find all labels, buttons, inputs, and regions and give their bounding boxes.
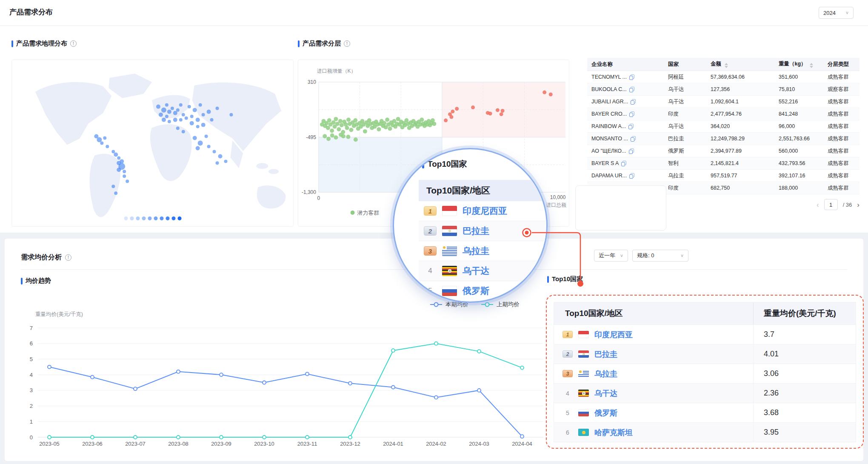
data-point <box>177 436 180 439</box>
scatter-point <box>337 127 341 131</box>
occluded-panel <box>575 185 666 231</box>
medal-1-icon: 1 <box>424 206 437 216</box>
country-cell: 阿根廷 <box>664 71 706 83</box>
company-name: TECNOMYL ... <box>591 74 627 80</box>
map-marker <box>126 179 129 183</box>
company-name: BAYER S A <box>591 160 619 166</box>
company-name: RAINBOW A... <box>591 123 626 129</box>
prev-page-icon[interactable] <box>817 201 819 208</box>
country-link[interactable]: 俄罗斯 <box>594 408 617 418</box>
type-cell: 成熟客群 <box>823 145 859 157</box>
copy-icon[interactable] <box>629 111 634 117</box>
copy-icon[interactable] <box>631 99 636 105</box>
map-marker <box>176 127 180 130</box>
company-row: DAPAMA UR...乌拉圭957,519.77392,107.16成熟客群 <box>587 170 859 182</box>
legend-dot-icon <box>166 216 169 220</box>
country-cell: 巴拉圭 <box>664 133 706 145</box>
country-link[interactable]: 巴拉圭 <box>594 349 617 359</box>
flag-ru-icon <box>442 286 457 296</box>
scatter-point <box>451 110 454 114</box>
map-marker <box>156 105 160 109</box>
country-link[interactable]: 俄罗斯 <box>463 285 489 297</box>
company-name: MONSANTO ... <box>591 136 628 142</box>
country-link[interactable]: 乌干达 <box>594 388 617 399</box>
map-marker <box>120 159 124 163</box>
price-value: 3.7 <box>753 325 856 344</box>
medal-3-icon: 3 <box>562 370 573 377</box>
map-marker <box>111 185 115 188</box>
magnified-top10-row: 3乌拉圭 <box>419 241 548 261</box>
company-row: BUKOOLA C...乌干达127,35675,810观察客群 <box>587 83 859 96</box>
copy-icon[interactable] <box>628 124 634 129</box>
copy-icon[interactable] <box>629 173 634 179</box>
time-range-select[interactable]: 近一年 ∨ <box>594 250 628 262</box>
country-link[interactable]: 哈萨克斯坦 <box>594 427 633 438</box>
info-icon[interactable] <box>344 40 350 47</box>
amount-cell: 127,356 <box>706 83 774 96</box>
top10-row: 1印度尼西亚3.7 <box>554 325 856 344</box>
trend-section-header: 均价趋势 <box>21 277 51 285</box>
country-link[interactable]: 乌拉圭 <box>463 245 489 257</box>
data-point <box>391 349 395 352</box>
map-marker <box>165 103 168 107</box>
scatter-point <box>377 127 381 131</box>
type-cell: 成熟客群 <box>823 108 859 120</box>
col-amount[interactable]: 金额 <box>706 58 774 71</box>
trend-line <box>49 367 522 436</box>
spec-select[interactable]: 规格: 0 ∨ <box>632 250 688 262</box>
amount-cell: 2,394,977.89 <box>706 145 774 157</box>
copy-icon[interactable] <box>629 148 634 154</box>
sort-icon[interactable] <box>725 63 728 68</box>
price-value: 2.36 <box>753 384 856 403</box>
info-icon[interactable] <box>65 254 71 261</box>
page-input[interactable]: 1 <box>824 199 838 210</box>
x-tick: 2023-09 <box>211 441 231 447</box>
country-link[interactable]: 印度尼西亚 <box>594 330 633 340</box>
scatter-point <box>323 134 327 138</box>
map-marker <box>229 113 233 117</box>
type-cell: 成熟客群 <box>823 96 859 108</box>
country-link[interactable]: 印度尼西亚 <box>463 205 507 217</box>
copy-icon[interactable] <box>629 87 634 92</box>
country-cell: 俄罗斯 <box>664 145 706 157</box>
map-marker <box>103 137 106 140</box>
magnified-section-title: Top10国家 <box>428 159 467 170</box>
weight-cell: 841,248 <box>774 108 823 120</box>
map-marker <box>114 152 118 157</box>
sort-icon[interactable] <box>810 63 813 68</box>
section-bar <box>11 40 13 47</box>
scatter-point <box>500 112 503 116</box>
copy-icon[interactable] <box>629 74 634 80</box>
data-point <box>48 365 51 369</box>
info-icon[interactable] <box>70 40 77 47</box>
x-tick: 2023-06 <box>82 441 103 447</box>
flag-id-icon <box>578 331 589 338</box>
map-marker <box>182 130 185 134</box>
legend-dot-icon <box>351 211 355 215</box>
country-link[interactable]: 乌拉圭 <box>594 369 617 379</box>
year-select[interactable]: 2024 ∨ <box>819 7 854 19</box>
top10-col-country: Top10国家/地区 <box>554 308 753 319</box>
data-point <box>477 350 481 353</box>
x-tick: 2023-10 <box>254 441 274 447</box>
flag-uy-icon <box>578 370 589 377</box>
page-title: 产品需求分布 <box>9 7 53 17</box>
copy-icon[interactable] <box>631 136 636 142</box>
y-tick: -1,300 <box>302 189 316 195</box>
country-link[interactable]: 乌干达 <box>463 265 489 277</box>
rank-number: 4 <box>562 390 573 397</box>
top10-row: 2巴拉圭4.01 <box>554 344 856 364</box>
spec-value: 规格: 0 <box>637 252 654 259</box>
country-link[interactable]: 巴拉圭 <box>463 225 489 237</box>
map-marker <box>173 118 177 122</box>
copy-icon[interactable] <box>621 161 626 166</box>
top10-row: 5俄罗斯3.68 <box>554 403 856 422</box>
map-marker <box>193 136 197 140</box>
medal-1-icon: 1 <box>562 331 573 338</box>
country-cell: 印度 <box>664 108 706 120</box>
col-weight[interactable]: 重量（kg） <box>774 58 823 71</box>
next-page-icon[interactable] <box>857 201 859 208</box>
top10-table: Top10国家/地区 重量均价(美元/千克) 1印度尼西亚3.72巴拉圭4.01… <box>554 302 856 442</box>
x-tick: 2024-01 <box>383 441 403 447</box>
x-tick: 0 <box>317 195 320 201</box>
